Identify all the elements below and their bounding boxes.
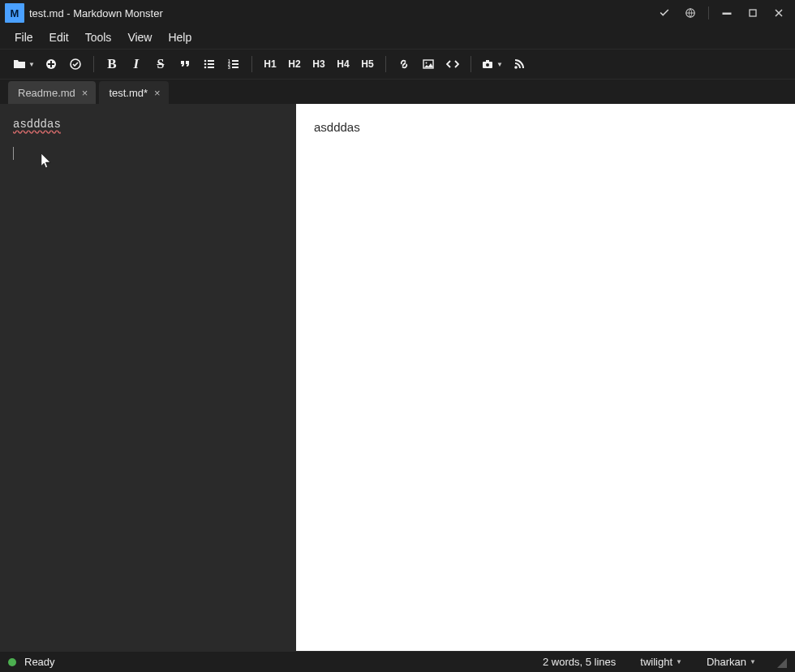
tab-close-icon[interactable]: ×: [82, 87, 88, 99]
quote-button[interactable]: [174, 53, 196, 75]
italic-button[interactable]: I: [125, 53, 148, 75]
svg-point-20: [425, 62, 427, 64]
editor-pane[interactable]: asdddas: [0, 104, 296, 651]
svg-rect-18: [232, 67, 238, 68]
svg-point-9: [204, 63, 207, 66]
check-icon[interactable]: [651, 2, 677, 24]
image-button[interactable]: [417, 53, 440, 75]
close-button[interactable]: [766, 2, 792, 24]
svg-rect-10: [208, 63, 214, 65]
tab-label: test.md*: [109, 87, 148, 99]
svg-rect-23: [486, 60, 489, 62]
preview-pane: asdddas: [296, 104, 795, 651]
menu-tools[interactable]: Tools: [77, 28, 120, 47]
chevron-down-icon: ▼: [750, 658, 756, 666]
toolbar-separator: [93, 56, 94, 72]
editor-content: asdddas: [13, 118, 61, 131]
titlebar-separator: [708, 6, 709, 19]
h2-button[interactable]: H2: [283, 53, 306, 75]
editor-theme-label: twilight: [640, 656, 673, 668]
chevron-down-icon: ▼: [676, 658, 682, 666]
toolbar-separator: [471, 56, 471, 72]
editor-theme-selector[interactable]: twilight ▼: [632, 656, 690, 668]
svg-point-24: [514, 66, 518, 69]
status-bar: Ready 2 words, 5 lines twilight ▼ Dharka…: [0, 651, 795, 672]
svg-rect-5: [48, 63, 54, 65]
preview-content: asdddas: [314, 120, 777, 134]
numbered-list-button[interactable]: 123: [222, 53, 245, 75]
h1-button[interactable]: H1: [259, 53, 281, 75]
window-title: test.md - Markdown Monster: [29, 7, 163, 19]
titlebar: M test.md - Markdown Monster: [0, 0, 795, 26]
h5-button[interactable]: H5: [356, 53, 379, 75]
main-split: asdddas asdddas: [0, 104, 795, 651]
toolbar-separator: [251, 56, 252, 72]
bold-button[interactable]: B: [101, 53, 123, 75]
status-stats: 2 words, 5 lines: [535, 656, 624, 668]
globe-icon[interactable]: [677, 2, 703, 24]
h4-button[interactable]: H4: [332, 53, 355, 75]
preview-theme-label: Dharkan: [707, 656, 746, 668]
tab-close-icon[interactable]: ×: [154, 87, 161, 99]
svg-text:3: 3: [228, 65, 230, 70]
mouse-cursor-icon: [41, 153, 53, 173]
svg-point-22: [486, 63, 489, 67]
menu-edit[interactable]: Edit: [41, 28, 77, 47]
tab-bar: Readme.md × test.md* ×: [0, 80, 795, 104]
bullet-list-button[interactable]: [198, 53, 221, 75]
maximize-button[interactable]: [740, 2, 766, 24]
menu-file[interactable]: File: [6, 28, 41, 47]
svg-rect-14: [232, 60, 238, 62]
link-button[interactable]: [393, 53, 415, 75]
preview-theme-selector[interactable]: Dharkan ▼: [698, 656, 764, 668]
svg-rect-12: [208, 67, 214, 68]
resize-grip[interactable]: [776, 657, 787, 668]
tab-test[interactable]: test.md* ×: [99, 81, 168, 104]
menu-view[interactable]: View: [119, 28, 160, 47]
svg-point-11: [204, 67, 207, 69]
new-button[interactable]: [40, 53, 62, 75]
svg-point-7: [204, 60, 207, 62]
toolbar: ▼ B I S 123 H1 H2 H3 H4 H5 ▼: [0, 49, 795, 80]
menubar: File Edit Tools View Help: [0, 26, 795, 49]
status-ready: Ready: [24, 656, 55, 668]
screenshot-button[interactable]: ▼: [478, 53, 506, 75]
status-indicator-icon: [8, 658, 16, 666]
menu-help[interactable]: Help: [160, 28, 200, 47]
tab-readme[interactable]: Readme.md ×: [8, 81, 96, 104]
tab-label: Readme.md: [18, 87, 75, 99]
minimize-button[interactable]: [714, 2, 740, 24]
app-icon: M: [5, 3, 24, 23]
save-button[interactable]: [64, 53, 87, 75]
svg-rect-1: [723, 13, 731, 15]
open-button[interactable]: ▼: [10, 53, 38, 75]
rss-button[interactable]: [508, 53, 531, 75]
svg-rect-8: [208, 60, 214, 62]
code-button[interactable]: [441, 53, 464, 75]
text-cursor: [13, 147, 14, 160]
strikethrough-button[interactable]: S: [149, 53, 172, 75]
toolbar-separator: [385, 56, 386, 72]
svg-rect-2: [750, 10, 756, 16]
svg-rect-16: [232, 63, 238, 65]
h3-button[interactable]: H3: [307, 53, 330, 75]
